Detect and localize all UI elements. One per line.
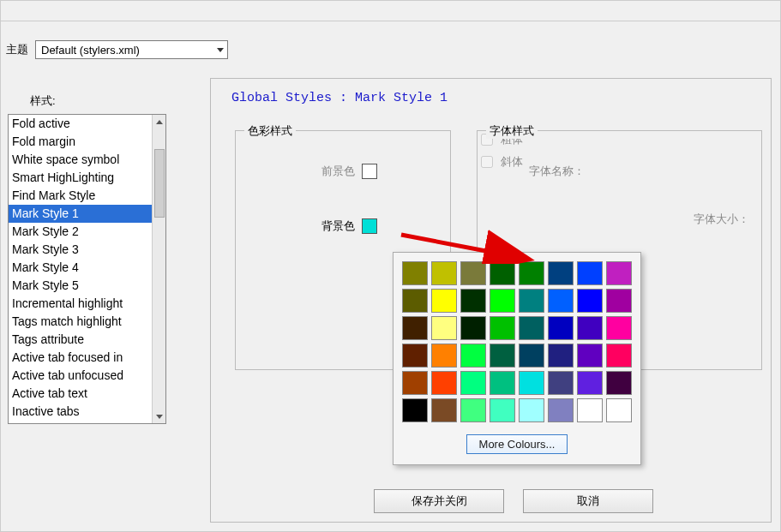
list-item[interactable]: Tags match highlight: [9, 313, 152, 331]
color-swatch[interactable]: [548, 344, 574, 368]
bottom-buttons: 保存并关闭 取消: [374, 489, 653, 513]
color-swatch[interactable]: [577, 398, 603, 422]
font-group-title: 字体样式: [486, 123, 538, 139]
color-swatch[interactable]: [431, 316, 457, 340]
list-item[interactable]: Find Mark Style: [9, 187, 152, 205]
color-swatch[interactable]: [519, 289, 544, 313]
color-swatch[interactable]: [490, 371, 515, 395]
color-swatch[interactable]: [548, 289, 574, 313]
color-picker-popup: More Colours...: [393, 252, 641, 465]
italic-checkbox-row: 斜体: [478, 153, 761, 170]
list-item[interactable]: Active tab unfocused: [9, 367, 152, 385]
theme-select[interactable]: Default (stylers.xml): [35, 40, 228, 59]
list-item[interactable]: Active tab text: [9, 385, 152, 403]
scroll-up-button[interactable]: [153, 116, 165, 128]
style-list-label: 样式:: [30, 93, 184, 109]
color-swatch[interactable]: [402, 371, 428, 395]
scroll-down-button[interactable]: [153, 410, 165, 422]
color-swatch[interactable]: [548, 398, 574, 422]
color-swatch[interactable]: [548, 261, 574, 285]
list-item[interactable]: Mark Style 5: [9, 277, 152, 295]
list-item[interactable]: Active tab focused in: [9, 349, 152, 367]
color-swatch[interactable]: [431, 398, 457, 422]
list-item[interactable]: Fold active: [9, 115, 152, 133]
color-swatch[interactable]: [519, 344, 544, 368]
color-grid: [402, 261, 632, 422]
scroll-thumb[interactable]: [154, 149, 165, 218]
color-swatch[interactable]: [606, 371, 632, 395]
color-swatch[interactable]: [490, 289, 515, 313]
color-swatch[interactable]: [519, 261, 544, 285]
color-swatch[interactable]: [431, 261, 457, 285]
color-swatch[interactable]: [460, 371, 486, 395]
list-item[interactable]: URL hovered: [9, 421, 152, 423]
list-item[interactable]: Mark Style 3: [9, 241, 152, 259]
color-swatch[interactable]: [577, 289, 603, 313]
color-swatch[interactable]: [577, 371, 603, 395]
list-item[interactable]: Incremental highlight: [9, 295, 152, 313]
color-swatch[interactable]: [577, 344, 603, 368]
color-swatch[interactable]: [490, 261, 515, 285]
color-swatch[interactable]: [606, 289, 632, 313]
list-item[interactable]: White space symbol: [9, 151, 152, 169]
color-swatch[interactable]: [490, 398, 515, 422]
color-swatch[interactable]: [606, 398, 632, 422]
color-group-title: 色彩样式: [244, 123, 296, 139]
list-item[interactable]: Mark Style 4: [9, 259, 152, 277]
foreground-row: 前景色: [321, 164, 377, 179]
foreground-label: 前景色: [321, 164, 355, 179]
color-swatch[interactable]: [606, 316, 632, 340]
color-swatch[interactable]: [402, 289, 428, 313]
list-item[interactable]: Mark Style 1: [9, 205, 152, 223]
color-swatch[interactable]: [431, 344, 457, 368]
color-swatch[interactable]: [460, 316, 486, 340]
color-swatch[interactable]: [577, 261, 603, 285]
color-swatch[interactable]: [431, 289, 457, 313]
color-swatch[interactable]: [460, 261, 486, 285]
font-name-label: 字体名称：: [529, 164, 585, 179]
window: 主题 Default (stylers.xml) 样式: Fold active…: [0, 0, 781, 532]
color-swatch[interactable]: [606, 344, 632, 368]
color-swatch[interactable]: [402, 316, 428, 340]
scrollbar[interactable]: [152, 115, 165, 423]
theme-select-value: Default (stylers.xml): [41, 44, 140, 57]
font-size-row: 字体大小：: [694, 212, 749, 227]
color-swatch[interactable]: [402, 398, 428, 422]
list-item[interactable]: Tags attribute: [9, 331, 152, 349]
color-swatch[interactable]: [519, 398, 544, 422]
list-item[interactable]: Fold margin: [9, 133, 152, 151]
background-swatch[interactable]: [362, 218, 377, 234]
color-swatch[interactable]: [519, 316, 544, 340]
color-swatch[interactable]: [460, 289, 486, 313]
style-listbox[interactable]: Fold activeFold marginWhite space symbol…: [8, 114, 166, 424]
color-swatch[interactable]: [402, 344, 428, 368]
more-colours-button[interactable]: More Colours...: [466, 434, 568, 454]
italic-checkbox[interactable]: [481, 156, 493, 168]
settings-panel: Global Styles : Mark Style 1 色彩样式 前景色 背景…: [210, 78, 772, 523]
color-swatch[interactable]: [490, 316, 515, 340]
italic-label: 斜体: [501, 154, 523, 170]
foreground-swatch[interactable]: [362, 164, 377, 179]
color-swatch[interactable]: [519, 371, 544, 395]
color-swatch[interactable]: [490, 344, 515, 368]
color-swatch[interactable]: [402, 261, 428, 285]
font-size-label: 字体大小：: [694, 212, 749, 227]
list-item[interactable]: Mark Style 2: [9, 223, 152, 241]
color-swatch[interactable]: [577, 316, 603, 340]
color-swatch[interactable]: [606, 261, 632, 285]
list-item[interactable]: Inactive tabs: [9, 403, 152, 421]
theme-row: 主题 Default (stylers.xml): [1, 40, 228, 59]
color-swatch[interactable]: [431, 371, 457, 395]
list-item[interactable]: Smart HighLighting: [9, 169, 152, 187]
cancel-button[interactable]: 取消: [523, 489, 653, 513]
color-swatch[interactable]: [460, 398, 486, 422]
color-swatch[interactable]: [460, 344, 486, 368]
theme-label: 主题: [6, 42, 28, 57]
color-swatch[interactable]: [548, 371, 574, 395]
background-label: 背景色: [321, 218, 355, 234]
background-row: 背景色: [321, 218, 377, 234]
titlebar-area: [1, 1, 780, 21]
save-close-button[interactable]: 保存并关闭: [374, 489, 504, 513]
style-list-panel: 样式: Fold activeFold marginWhite space sy…: [4, 78, 184, 424]
color-swatch[interactable]: [548, 316, 574, 340]
